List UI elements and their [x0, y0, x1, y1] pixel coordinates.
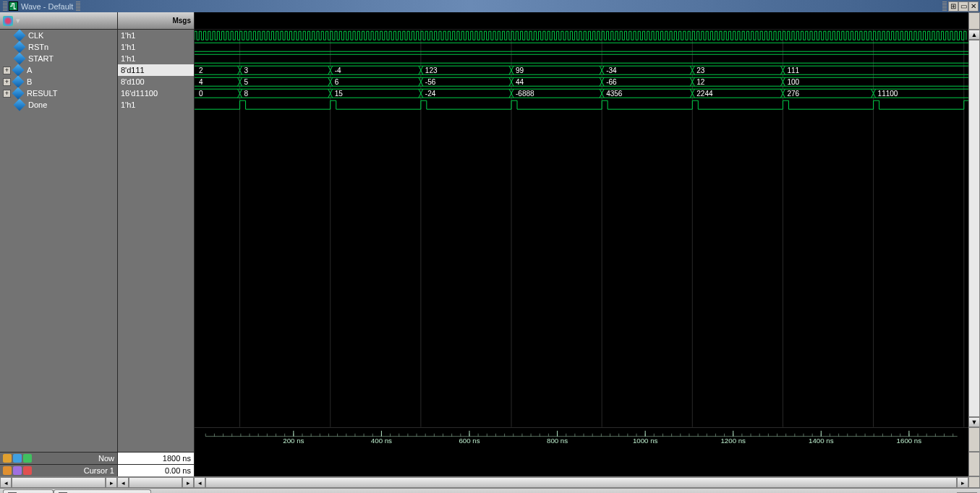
lock-icon[interactable]	[3, 466, 12, 475]
svg-text:200 ns: 200 ns	[283, 437, 304, 445]
svg-text:11100: 11100	[878, 90, 898, 98]
cursor-label: Cursor 1	[84, 466, 114, 475]
signal-row-done[interactable]: Done	[0, 99, 117, 111]
scroll-corner	[968, 476, 980, 488]
remove-icon[interactable]	[23, 466, 32, 475]
modelsim-logo-icon	[3, 16, 13, 26]
svg-text:8: 8	[244, 90, 249, 98]
svg-text:1400 ns: 1400 ns	[809, 437, 834, 445]
cursor-value: 0.00 ns	[118, 464, 194, 476]
signal-diamond-icon	[12, 87, 25, 100]
scroll-down-button[interactable]: ▼	[968, 417, 980, 427]
svg-text:15: 15	[335, 90, 344, 98]
footer-wave-area	[195, 452, 968, 476]
signal-row-clk[interactable]: CLK	[0, 30, 117, 41]
signal-diamond-icon	[14, 41, 26, 53]
scroll-left-button[interactable]: ◂	[194, 477, 205, 488]
drag-handle-icon[interactable]	[942, 1, 947, 11]
cursor-icon[interactable]	[13, 454, 22, 463]
waveform-svg[interactable]: 23-412399-3423111456-5644-66121000815-24…	[195, 30, 968, 427]
signal-diamond-icon	[14, 30, 26, 42]
scroll-left-button[interactable]: ◂	[117, 477, 129, 488]
svg-text:4: 4	[199, 78, 203, 86]
signal-label: Done	[28, 100, 47, 109]
waveform-area[interactable]: 23-412399-3423111456-5644-66121000815-24…	[194, 12, 968, 452]
tab-wave[interactable]: Wave×	[3, 489, 54, 493]
svg-text:600 ns: 600 ns	[459, 437, 480, 445]
scroll-right-button[interactable]: ▸	[957, 477, 968, 488]
signal-value-a[interactable]: 8'd111	[118, 64, 194, 76]
svg-rect-191	[195, 452, 968, 464]
link-icon[interactable]	[13, 466, 22, 475]
expand-button[interactable]: +	[3, 67, 11, 74]
scroll-corner	[968, 12, 980, 30]
signal-row-a[interactable]: +A	[0, 64, 117, 76]
signal-label: A	[27, 66, 32, 74]
signal-row-rstn[interactable]: RSTn	[0, 41, 117, 53]
scroll-up-button[interactable]: ▲	[968, 30, 980, 40]
value-column-scrollbar[interactable]: ◂ ▸	[117, 476, 194, 488]
window-maximize-button[interactable]: ▭	[958, 1, 968, 12]
footer-info-rows: Now Cursor 1 1800 ns 0.00 ns	[0, 452, 980, 476]
svg-text:3: 3	[244, 67, 249, 74]
signal-row-b[interactable]: +B	[0, 76, 117, 87]
signal-value-b[interactable]: 8'd100	[118, 76, 194, 87]
signal-value-result[interactable]: 16'd11100	[118, 87, 194, 99]
svg-text:2: 2	[199, 67, 203, 74]
signal-value-start[interactable]: 1'h1	[118, 53, 194, 64]
drag-handle-icon[interactable]	[76, 1, 80, 11]
scroll-track[interactable]	[12, 477, 106, 488]
time-ruler[interactable]: 200 ns400 ns600 ns800 ns1000 ns1200 ns14…	[195, 428, 968, 452]
signal-value-rstn[interactable]: 1'h1	[118, 41, 194, 53]
signal-row-start[interactable]: START	[0, 53, 117, 64]
title-bar: Wave - Default ⊞ ▭ ✕	[0, 0, 980, 12]
svg-text:-66: -66	[606, 78, 617, 86]
now-value: 1800 ns	[118, 452, 194, 464]
expand-button[interactable]: +	[3, 78, 11, 86]
scroll-left-button[interactable]: ◂	[0, 477, 12, 488]
window-title: Wave - Default	[21, 2, 73, 11]
signal-diamond-icon	[14, 53, 26, 65]
vertical-scrollbar[interactable]: ▲ ▼	[968, 12, 980, 452]
signal-label: RESULT	[27, 89, 58, 98]
svg-text:99: 99	[516, 67, 524, 74]
signal-value-done[interactable]: 1'h1	[118, 99, 194, 111]
bookmark-icon[interactable]	[3, 454, 12, 463]
signal-label: CLK	[28, 31, 43, 40]
svg-text:100: 100	[787, 78, 799, 86]
svg-text:111: 111	[787, 67, 799, 74]
scroll-track[interactable]	[129, 477, 182, 488]
signal-diamond-icon	[12, 64, 25, 77]
scroll-right-button[interactable]: ▸	[106, 477, 117, 488]
scroll-track[interactable]	[968, 40, 980, 417]
signal-row-result[interactable]: +RESULT	[0, 87, 117, 99]
svg-text:2244: 2244	[696, 90, 713, 98]
scroll-track[interactable]	[205, 477, 957, 488]
signal-name-column: ▾ CLKRSTnSTART+A+B+RESULTDone	[0, 12, 117, 452]
wave-scrollbar[interactable]: ◂ ▸	[194, 476, 968, 488]
scroll-right-button[interactable]: ▸	[182, 477, 194, 488]
svg-text:-24: -24	[425, 90, 436, 98]
drag-handle-icon[interactable]	[3, 1, 7, 11]
add-icon[interactable]	[23, 454, 32, 463]
name-column-scrollbar[interactable]: ◂ ▸	[0, 476, 117, 488]
svg-rect-192	[195, 464, 968, 476]
svg-text:1200 ns: 1200 ns	[720, 437, 746, 445]
svg-text:0: 0	[199, 90, 203, 98]
tab-tb-booth-multiply-v[interactable]: tb_booth_multiply.v×	[54, 489, 152, 493]
expand-button[interactable]: +	[3, 90, 11, 98]
msgs-column-header: Msgs	[118, 12, 194, 30]
horizontal-scroll-row: ◂ ▸ ◂ ▸ ◂ ▸	[0, 476, 980, 488]
svg-text:4356: 4356	[606, 90, 623, 98]
svg-text:-34: -34	[606, 67, 617, 74]
window-dock-button[interactable]: ⊞	[948, 1, 958, 12]
svg-text:276: 276	[787, 90, 799, 98]
svg-text:400 ns: 400 ns	[371, 437, 392, 445]
scroll-corner	[968, 452, 980, 476]
svg-text:6: 6	[335, 78, 339, 86]
scroll-corner	[968, 427, 980, 452]
window-close-button[interactable]: ✕	[968, 1, 979, 12]
signal-value-clk[interactable]: 1'h1	[118, 30, 194, 41]
signal-value-column[interactable]: Msgs 1'h11'h11'h18'd1118'd10016'd111001'…	[117, 12, 194, 452]
name-column-header: ▾	[0, 12, 117, 30]
